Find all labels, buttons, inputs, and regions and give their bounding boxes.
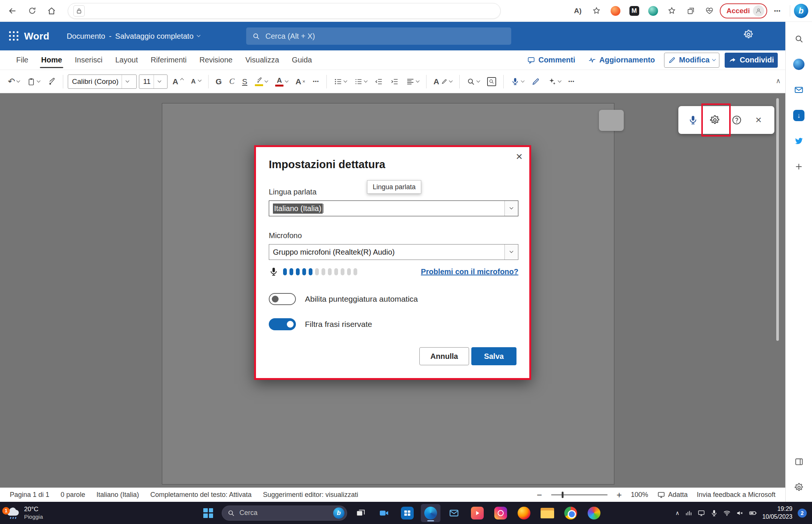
header-settings-gear-icon[interactable] — [743, 29, 754, 39]
favorites-icon[interactable] — [663, 3, 681, 19]
increase-indent-button[interactable] — [388, 73, 401, 90]
dictate-button[interactable] — [508, 73, 527, 90]
paste-button[interactable] — [24, 73, 43, 90]
document-name[interactable]: Documento — [67, 32, 105, 41]
document-scrollbar[interactable] — [776, 98, 779, 341]
zoom-in-button[interactable]: + — [617, 491, 622, 500]
feedback-link[interactable]: Invia feedback a Microsoft — [697, 491, 775, 499]
task-view-icon[interactable] — [351, 504, 370, 522]
browser-home-button[interactable] — [43, 3, 60, 19]
dialog-close-icon[interactable]: × — [516, 151, 523, 162]
microphone-dropdown[interactable]: Gruppo microfoni (Realtek(R) Audio) — [269, 244, 518, 260]
more-font-options-icon[interactable]: ••• — [310, 73, 322, 90]
dropdown-chevron-icon[interactable] — [504, 201, 518, 216]
app-launcher-icon[interactable] — [9, 31, 19, 41]
dropdown-chevron-icon[interactable] — [504, 245, 518, 260]
tab-riferimenti[interactable]: Riferimenti — [144, 50, 193, 70]
document-title[interactable]: Documento - Salvataggio completato — [67, 32, 200, 41]
signin-button[interactable]: Accedi — [720, 3, 767, 18]
sidebar-twitter-icon[interactable] — [790, 132, 807, 150]
bullet-list-button[interactable] — [331, 73, 349, 90]
extension-orange-icon[interactable] — [607, 3, 624, 19]
editor-button[interactable] — [529, 73, 543, 90]
dictation-close-button[interactable]: × — [748, 108, 769, 132]
dictation-help-button[interactable] — [727, 108, 747, 132]
zoom-level[interactable]: 100% — [631, 491, 648, 499]
collapse-ribbon-icon[interactable]: ∧ — [776, 77, 781, 85]
taskbar-bing-icon[interactable]: b — [333, 507, 344, 519]
tab-layout[interactable]: Layout — [109, 50, 144, 70]
sidebar-drop-icon[interactable]: ↓ — [790, 107, 807, 124]
grow-font-button[interactable]: A — [170, 73, 186, 90]
more-toolbar-options-icon[interactable]: ••• — [566, 73, 577, 90]
bold-button[interactable]: G — [213, 73, 224, 90]
edge-app-icon[interactable] — [421, 504, 440, 522]
browser-menu-icon[interactable]: ••• — [769, 3, 786, 19]
undo-button[interactable]: ↶ — [5, 73, 22, 90]
tray-hidden-icons-chevron[interactable]: ∧ — [675, 510, 679, 516]
sidebar-search-icon[interactable] — [790, 30, 807, 47]
save-button[interactable]: Salva — [471, 347, 516, 365]
filter-phrases-toggle[interactable] — [269, 318, 296, 330]
extension-teal-icon[interactable] — [644, 3, 662, 19]
shrink-font-button[interactable]: A — [188, 73, 203, 90]
font-color-button[interactable]: A — [273, 73, 291, 90]
file-explorer-icon[interactable] — [538, 504, 557, 522]
text-completion-status[interactable]: Completamento del testo: Attivata — [150, 491, 251, 499]
word-search-box[interactable] — [246, 27, 511, 45]
sidebar-panel-icon[interactable] — [790, 453, 807, 470]
bing-sidebar-icon[interactable]: b — [794, 4, 808, 18]
read-aloud-icon[interactable]: A) — [569, 3, 587, 19]
tab-guida[interactable]: Guida — [285, 50, 318, 70]
underline-button[interactable]: S — [239, 73, 250, 90]
language-status[interactable]: Italiano (Italia) — [96, 491, 139, 499]
tray-wifi-icon[interactable] — [723, 509, 731, 517]
decrease-indent-button[interactable] — [372, 73, 385, 90]
tab-home[interactable]: Home — [35, 50, 69, 70]
sidebar-add-icon[interactable] — [790, 158, 807, 175]
comments-button[interactable]: Commenti — [523, 53, 579, 68]
edit-mode-button[interactable]: Modifica — [664, 53, 719, 68]
cancel-button[interactable]: Annulla — [419, 347, 469, 365]
share-button[interactable]: Condividi — [725, 53, 778, 68]
highlight-color-button[interactable] — [252, 73, 270, 90]
taskbar-search-input[interactable] — [239, 509, 329, 517]
browser-refresh-button[interactable] — [23, 3, 41, 19]
word-search-input[interactable] — [265, 32, 505, 41]
save-status[interactable]: Salvataggio completato — [115, 32, 193, 41]
zoom-slider-thumb[interactable] — [562, 492, 564, 498]
language-dropdown[interactable]: Italiano (Italia) — [269, 200, 518, 216]
extension-m-icon[interactable]: M — [626, 3, 643, 19]
collections-icon[interactable] — [682, 3, 699, 19]
update-button[interactable]: Aggiornamento — [584, 53, 659, 68]
tray-chart-icon[interactable] — [685, 509, 692, 517]
tray-volume-muted-icon[interactable] — [736, 509, 743, 517]
browser-back-button[interactable] — [4, 3, 21, 19]
notification-count-badge[interactable]: 2 — [798, 509, 807, 518]
address-bar[interactable] — [68, 3, 501, 19]
sidebar-microsoft365-icon[interactable] — [790, 56, 807, 73]
dictation-mic-button[interactable] — [683, 108, 703, 132]
tray-mic-icon[interactable] — [710, 509, 718, 517]
taskbar-search-box[interactable]: b — [222, 506, 347, 521]
word-count-status[interactable]: 0 parole — [61, 491, 85, 499]
microsoft-store-icon[interactable] — [398, 504, 417, 522]
mail-app-icon[interactable] — [444, 504, 464, 522]
browser-essentials-icon[interactable] — [701, 3, 718, 19]
add-favorite-star-icon[interactable] — [588, 3, 605, 19]
weather-widget[interactable]: 1 20°C Pioggia — [0, 506, 75, 521]
camera-app-icon[interactable] — [374, 504, 394, 522]
instagram-app-icon[interactable] — [491, 504, 510, 522]
immersive-reader-button[interactable] — [484, 73, 499, 90]
taskbar-clock[interactable]: 19:29 10/05/2023 — [762, 505, 792, 521]
find-button[interactable] — [464, 73, 482, 90]
photos-app-icon[interactable] — [584, 504, 604, 522]
start-button[interactable] — [198, 504, 218, 522]
microphone-help-link[interactable]: Problemi con il microfono? — [421, 267, 518, 276]
chrome-app-icon[interactable] — [561, 504, 580, 522]
dictation-settings-button[interactable] — [705, 108, 725, 132]
tray-display-icon[interactable] — [698, 509, 705, 517]
tray-battery-icon[interactable] — [749, 509, 757, 517]
fit-page-button[interactable]: Adatta — [657, 491, 688, 499]
font-size-combo[interactable]: 11 — [139, 74, 168, 89]
